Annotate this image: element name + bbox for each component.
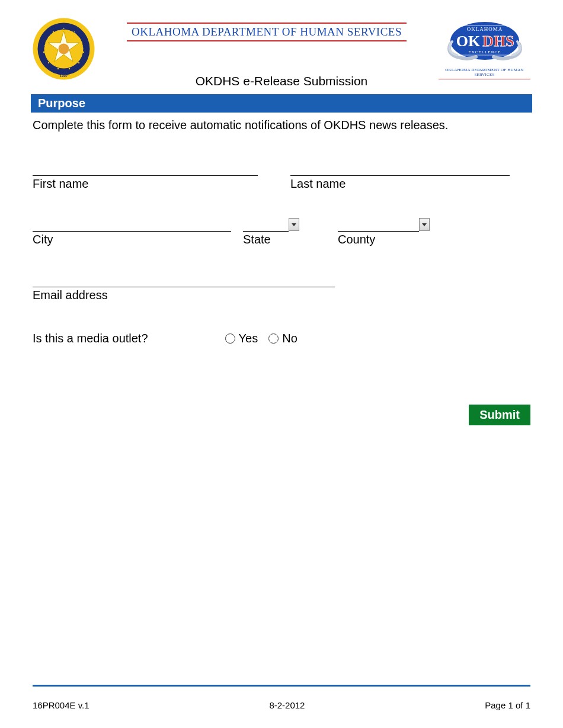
chevron-down-icon xyxy=(422,223,427,226)
first-name-label: First name xyxy=(33,177,258,191)
svg-point-11 xyxy=(48,62,49,63)
last-name-input[interactable] xyxy=(290,162,510,175)
svg-point-8 xyxy=(78,62,79,63)
county-dropdown[interactable] xyxy=(419,218,430,231)
submit-button[interactable]: Submit xyxy=(469,405,530,425)
media-no-label: No xyxy=(282,332,298,345)
svg-text:EXCELLENCE: EXCELLENCE xyxy=(468,50,501,54)
footer-date: 8-2-2012 xyxy=(269,700,305,710)
svg-text:OK: OK xyxy=(456,33,480,50)
svg-point-12 xyxy=(43,52,44,53)
county-label: County xyxy=(338,233,430,246)
svg-point-3 xyxy=(59,44,69,54)
purpose-heading: Purpose xyxy=(31,94,532,113)
email-label: Email address xyxy=(33,288,335,302)
svg-text:1907: 1907 xyxy=(60,74,68,78)
email-input[interactable] xyxy=(33,274,335,287)
footer: 16PR004E v.1 8-2-2012 Page 1 of 1 xyxy=(33,700,530,710)
header: GREAT SEAL OF THE STATE OF OKLAHOMA 1907… xyxy=(33,18,530,80)
svg-point-10 xyxy=(57,68,59,69)
media-question-label: Is this a media outlet? xyxy=(33,332,148,345)
okdhs-logo-subtext: OKLAHOMA DEPARTMENT OF HUMAN SERVICES xyxy=(439,66,530,79)
department-title: OKLAHOMA DEPARTMENT OF HUMAN SERVICES xyxy=(132,25,402,39)
media-no-radio[interactable] xyxy=(268,333,279,344)
footer-divider xyxy=(33,685,530,687)
svg-text:DHS: DHS xyxy=(482,33,514,50)
city-input[interactable] xyxy=(33,218,231,231)
city-label: City xyxy=(33,233,231,246)
form-number: 16PR004E v.1 xyxy=(33,700,89,710)
first-name-input[interactable] xyxy=(33,162,258,175)
media-yes-radio[interactable] xyxy=(225,333,235,344)
svg-text:OKLAHOMA: OKLAHOMA xyxy=(466,26,503,32)
state-seal-icon: GREAT SEAL OF THE STATE OF OKLAHOMA 1907 xyxy=(33,18,95,80)
svg-point-7 xyxy=(83,52,84,53)
state-dropdown[interactable] xyxy=(289,218,299,231)
media-yes-label: Yes xyxy=(239,332,258,345)
form-page: GREAT SEAL OF THE STATE OF OKLAHOMA 1907… xyxy=(0,0,563,728)
okdhs-logo: OKLAHOMA OK DHS EXCELLENCE OKLAHOMA DEPA… xyxy=(439,18,530,79)
svg-point-9 xyxy=(69,68,70,69)
purpose-text: Complete this form to receive automatic … xyxy=(33,118,530,132)
chevron-down-icon xyxy=(292,223,296,226)
state-label: State xyxy=(243,233,299,246)
page-number: Page 1 of 1 xyxy=(485,700,530,710)
last-name-label: Last name xyxy=(290,177,510,191)
department-title-wrap: OKLAHOMA DEPARTMENT OF HUMAN SERVICES xyxy=(95,18,439,41)
